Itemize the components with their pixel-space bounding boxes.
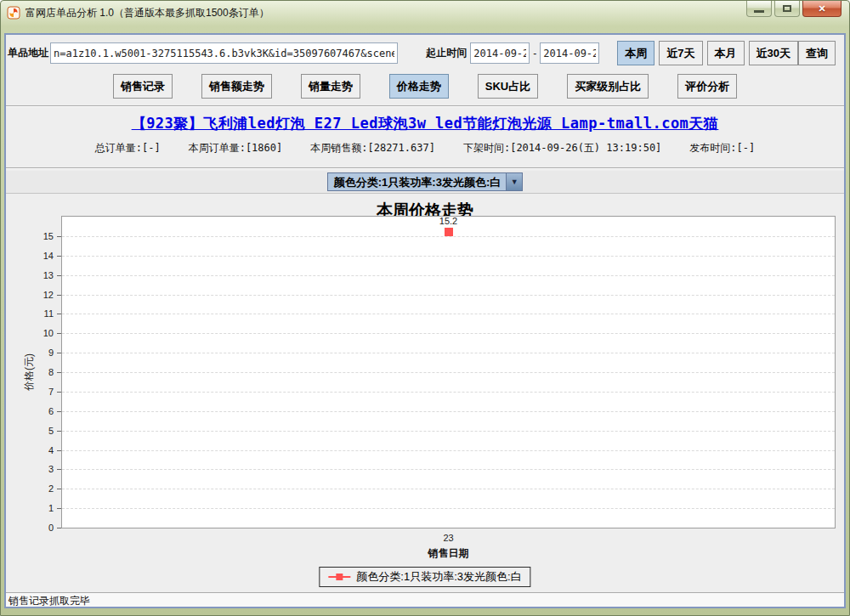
y-tick-label: 4: [35, 445, 54, 455]
chevron-down-icon[interactable]: ▼: [506, 173, 522, 190]
query-button[interactable]: 查询: [798, 41, 836, 65]
y-tick-mark: [57, 372, 61, 373]
minimize-button[interactable]: [746, 1, 772, 17]
main-panel: 单品地址 起止时间 - 本周近7天本月近30天 查询 销售记录销售额走势销量走势…: [4, 33, 846, 608]
legend-series-marker: [328, 573, 350, 581]
date-from-input[interactable]: [470, 42, 530, 64]
url-label: 单品地址: [8, 46, 48, 60]
y-tick-mark: [57, 489, 61, 489]
range-button-3[interactable]: 近30天: [749, 41, 798, 65]
legend-square-icon: [336, 574, 343, 580]
divider: [6, 167, 844, 169]
y-tick-label: 3: [35, 464, 54, 474]
gridline: [62, 489, 835, 489]
gridline: [62, 275, 835, 276]
maximize-icon: [783, 5, 791, 12]
y-tick-label: 13: [35, 270, 54, 280]
status-bar: 销售记录抓取完毕: [6, 592, 844, 607]
titlebar: 富网店单品分析 1.0（普通版本最多抓取1500条订单） ✕: [1, 1, 849, 25]
item-url-input[interactable]: [50, 42, 398, 64]
date-range-label: 起止时间: [426, 46, 467, 60]
close-button[interactable]: ✕: [802, 1, 842, 17]
y-tick-mark: [57, 528, 61, 528]
y-tick-mark: [57, 295, 61, 296]
y-tick-label: 12: [35, 290, 54, 300]
window-title: 富网店单品分析 1.0（普通版本最多抓取1500条订单）: [26, 6, 269, 20]
y-axis-label: 价格(元): [22, 353, 37, 391]
product-title-link[interactable]: 【923聚】飞利浦led灯泡 E27 Led球泡3w led节能灯泡光源 Lam…: [6, 114, 844, 133]
sku-combobox[interactable]: 颜色分类:1只装功率:3发光颜色:白 ▼: [327, 172, 523, 191]
gridline: [62, 353, 835, 353]
chart-legend: 颜色分类:1只装功率:3发光颜色:白: [319, 567, 530, 587]
range-button-0[interactable]: 本周: [617, 41, 654, 65]
tab-6[interactable]: 评价分析: [677, 74, 737, 99]
minimize-icon: [754, 10, 764, 13]
tab-2[interactable]: 销量走势: [301, 74, 360, 99]
legend-series-label: 颜色分类:1只装功率:3发光颜色:白: [356, 569, 521, 585]
y-tick-label: 1: [35, 503, 54, 513]
gridline: [62, 411, 835, 412]
y-tick-label: 15: [35, 231, 54, 241]
y-tick-label: 7: [35, 387, 54, 397]
x-axis-tick: 23: [61, 533, 836, 543]
gridline: [62, 333, 835, 334]
tab-3[interactable]: 价格走势: [389, 74, 449, 99]
app-icon: [7, 6, 20, 20]
gridline: [62, 392, 835, 393]
y-tick-mark: [57, 508, 61, 509]
y-tick-mark: [57, 450, 61, 451]
tab-0[interactable]: 销售记录: [113, 74, 173, 99]
sku-selector-row: 颜色分类:1只装功率:3发光颜色:白 ▼: [6, 171, 844, 194]
y-tick-mark: [57, 353, 61, 353]
y-tick-label: 2: [35, 483, 54, 494]
date-range-buttons: 本周近7天本月近30天: [617, 41, 798, 65]
gridline: [62, 450, 835, 451]
y-tick-mark: [57, 333, 61, 334]
gridline: [62, 372, 835, 373]
divider: [6, 105, 844, 107]
y-tick-label: 8: [35, 367, 54, 377]
y-tick-mark: [57, 392, 61, 393]
date-separator: -: [533, 48, 536, 59]
gridline: [62, 314, 835, 314]
range-button-2[interactable]: 本月: [707, 41, 745, 65]
gridline: [62, 431, 835, 432]
y-tick-mark: [57, 431, 61, 432]
window-controls: ✕: [746, 1, 842, 17]
product-stat-0: 总订单量:[-]: [95, 141, 161, 155]
close-icon: ✕: [818, 3, 825, 14]
product-stat-1: 本周订单量:[1860]: [189, 141, 283, 155]
y-tick-mark: [57, 469, 61, 470]
y-tick-label: 9: [35, 348, 54, 358]
range-button-1[interactable]: 近7天: [659, 41, 702, 65]
product-stats-row: 总订单量:[-]本周订单量:[1860]本周销售额:[28271.637]下架时…: [6, 141, 844, 155]
toolbar: 单品地址 起止时间 - 本周近7天本月近30天 查询: [6, 35, 844, 67]
y-tick-label: 6: [35, 406, 54, 416]
tab-1[interactable]: 销售额走势: [201, 74, 272, 99]
sku-combobox-value: 颜色分类:1只装功率:3发光颜色:白: [328, 173, 506, 190]
product-stat-4: 发布时间:[-]: [689, 141, 755, 155]
y-tick-label: 14: [35, 251, 54, 261]
y-tick-mark: [57, 236, 61, 237]
product-stat-2: 本周销售额:[28271.637]: [310, 141, 435, 155]
chart-plot-area: 15.2: [61, 216, 836, 528]
y-tick-mark: [57, 314, 61, 314]
y-tick-label: 10: [35, 328, 54, 338]
y-tick-label: 5: [35, 426, 54, 436]
product-stat-3: 下架时间:[2014-09-26(五) 13:19:50]: [463, 141, 661, 155]
y-tick-label: 0: [35, 523, 54, 533]
y-tick-label: 11: [35, 308, 54, 319]
x-axis-label: 销售日期: [61, 546, 836, 561]
gridline: [62, 295, 835, 296]
app-window: 富网店单品分析 1.0（普通版本最多抓取1500条订单） ✕ 单品地址 起止时间…: [0, 0, 850, 616]
date-to-input[interactable]: [540, 42, 599, 64]
tab-5[interactable]: 买家级别占比: [567, 74, 649, 99]
gridline: [62, 508, 835, 509]
y-tick-mark: [57, 256, 61, 257]
tab-4[interactable]: SKU占比: [478, 74, 538, 99]
data-point-label: 15.2: [439, 216, 457, 226]
analysis-tabs: 销售记录销售额走势销量走势价格走势SKU占比买家级别占比评价分析: [6, 74, 844, 99]
gridline: [62, 256, 835, 257]
data-point-marker: [445, 228, 453, 236]
maximize-button[interactable]: [774, 1, 800, 17]
